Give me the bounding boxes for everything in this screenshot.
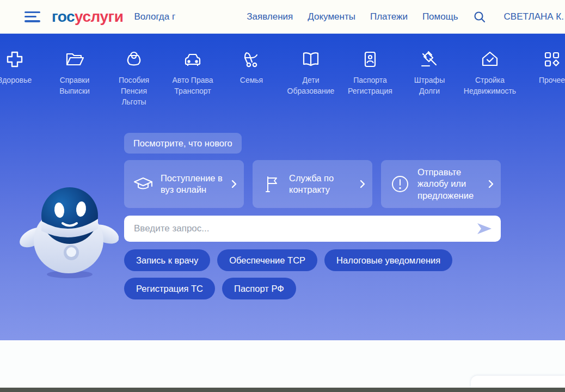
header-nav: Заявления Документы Платежи Помощь СВЕТЛ… [247,10,565,23]
bottom-bar [0,388,565,392]
quick-cards: Поступление в вуз онлайн Служба по контр… [124,160,501,208]
assistant-search-bar [124,216,501,242]
card-title: Служба по контракту [289,173,355,196]
chip-zapis-k-vrachu[interactable]: Запись к врачу [124,249,210,271]
flag-icon [261,174,282,194]
category-spravki[interactable]: СправкиВыписки [42,34,107,97]
stroller-icon [242,50,261,69]
suggestion-chips: Запись к врачу Обеспечение ТСР Налоговые… [124,249,505,299]
category-label: Пособия [119,76,149,84]
category-zdorovye[interactable]: Здоровье [0,34,47,86]
exclamation-circle-icon [390,174,410,194]
card-otpravte-zhalobu[interactable]: Отправьте жалобу или предложение [381,160,501,208]
hero-section: Здоровье СправкиВыписки ПособияПенсияЛьг… [0,34,565,340]
category-label: Стройка [475,76,505,84]
open-book-icon [301,50,321,69]
purse-icon [124,50,144,69]
logo-text-blue: гос [52,8,75,25]
folder-icon [65,50,84,69]
bottom-right-popup [471,376,565,388]
chevron-right-icon [231,180,237,188]
chip-nalogovye-uvedomleniya[interactable]: Налоговые уведомления [324,249,452,271]
nav-item-platezhi[interactable]: Платежи [370,11,408,22]
health-cross-icon [5,50,24,69]
hamburger-menu-icon[interactable] [24,11,41,22]
chevron-right-icon [488,180,494,188]
whats-new-button[interactable]: Посмотрите, что нового [124,133,242,154]
robot-mascot [18,176,119,285]
category-pasporta[interactable]: ПаспортаРегистрация [337,34,403,97]
category-label: Прочее [539,76,565,84]
chevron-right-icon [359,180,366,188]
gavel-icon [420,50,439,69]
search-icon[interactable] [473,10,486,23]
top-header: госуслуги Вологда г Заявления Документы … [0,0,565,34]
graduation-cap-icon [133,174,153,194]
logo-text-red: услуги [75,8,123,25]
card-postuplenie-v-vuz[interactable]: Поступление в вуз онлайн [124,160,244,208]
category-label: Штрафы [414,76,445,84]
category-label: Авто Права [172,76,213,84]
category-stroyka[interactable]: СтройкаНедвижимость [457,34,523,97]
category-semya[interactable]: Семья [219,34,284,86]
category-label: Дети [302,76,319,84]
house-check-icon [480,50,500,69]
gosuslugi-logo[interactable]: госуслуги [52,8,123,26]
category-shtrafy[interactable]: ШтрафыДолги [397,34,462,97]
card-sluzhba-po-kontraktu[interactable]: Служба по контракту [253,160,372,208]
category-posobiya[interactable]: ПособияПенсияЛьготы [101,34,167,108]
card-title: Поступление в вуз онлайн [161,173,227,196]
chip-registratsiya-ts[interactable]: Регистрация ТС [124,278,215,299]
category-label: Паспорта [353,76,387,84]
chip-obespechenie-tsr[interactable]: Обеспечение ТСР [217,249,317,271]
location-selector[interactable]: Вологда г [134,11,175,22]
gosuslugi-home-page: госуслуги Вологда г Заявления Документы … [0,0,565,392]
send-arrow-icon[interactable] [476,222,493,236]
search-input[interactable] [134,223,476,234]
user-account-button[interactable]: СВЕТЛАНА К. [504,11,564,22]
category-deti[interactable]: ДетиОбразование [278,34,343,97]
chip-pasport-rf[interactable]: Паспорт РФ [222,278,296,299]
nav-item-pomosch[interactable]: Помощь [422,11,458,22]
car-icon [183,50,202,69]
card-title: Отправьте жалобу или предложение [417,167,484,201]
category-label: Справки [60,76,90,84]
passport-icon [360,50,380,69]
nav-item-dokumenty[interactable]: Документы [308,11,355,22]
nav-item-zayavleniya[interactable]: Заявления [247,11,293,22]
category-prochee[interactable]: Прочее [519,34,565,86]
category-avto[interactable]: Авто ПраваТранспорт [160,34,225,97]
grid-icon [542,50,562,69]
category-label: Здоровье [0,76,32,84]
category-label: Семья [240,76,263,84]
